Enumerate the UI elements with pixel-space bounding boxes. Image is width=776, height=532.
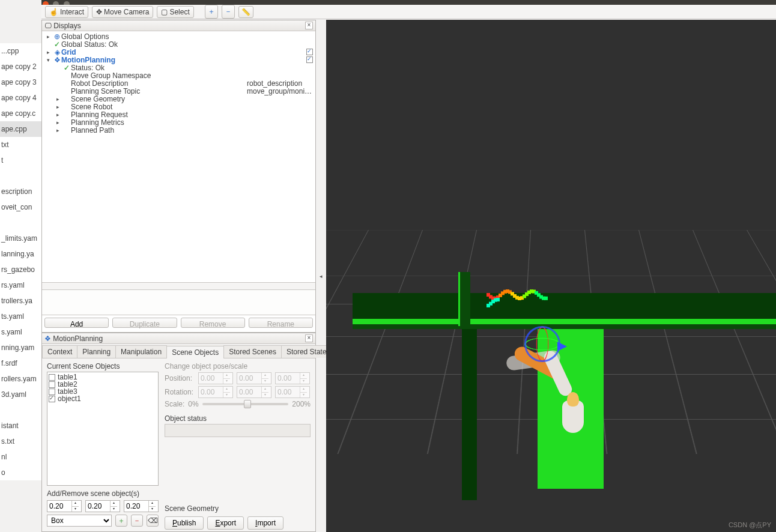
scene-object-row[interactable]: object1 — [49, 395, 157, 402]
robot-tool — [567, 392, 579, 407]
file-row[interactable]: escription — [0, 184, 41, 199]
tree-row[interactable]: ▾❖MotionPlanning — [43, 56, 315, 64]
file-row[interactable]: o — [0, 465, 41, 480]
scene-objects-list[interactable]: table1table2table3object1 — [47, 372, 159, 486]
panel-splitter[interactable]: ◂ — [316, 20, 326, 532]
3d-viewport[interactable] — [326, 20, 776, 532]
add-object-button[interactable]: ＋ — [115, 515, 127, 527]
select-tool-button[interactable]: ▢Select — [157, 6, 193, 18]
dim-y-spinner[interactable]: ▴▾ — [85, 500, 120, 512]
tab-planning[interactable]: Planning — [77, 345, 116, 358]
close-icon[interactable]: × — [305, 22, 313, 29]
publish-button[interactable]: PPublishublish — [165, 516, 204, 530]
gizmo-arrow[interactable] — [557, 342, 567, 351]
tree-row[interactable]: Robot Descriptionrobot_description — [43, 79, 315, 87]
window-titlebar — [41, 0, 776, 5]
tree-row[interactable]: Status: Ok — [43, 64, 315, 71]
chevron-down-icon[interactable]: ▾ — [111, 507, 117, 512]
file-row[interactable]: 3d.yaml — [0, 387, 41, 402]
dim-x-spinner[interactable]: ▴▾ — [47, 500, 82, 512]
tree-row[interactable]: Global Status: Ok — [43, 40, 315, 48]
displays-button-row: Add Duplicate Remove Rename — [42, 315, 315, 330]
file-row[interactable]: rs.yaml — [0, 277, 41, 293]
file-row[interactable]: txt — [0, 137, 41, 153]
main-toolbar: ☝Interact ✥Move Camera ▢Select ＋ － 📏 — [41, 5, 776, 19]
chevron-up-icon[interactable]: ▴ — [72, 501, 79, 507]
tree-row[interactable]: Planning Scene Topicmove_group/monitor… — [43, 87, 315, 95]
checkbox[interactable] — [306, 56, 313, 63]
focus-remove-button[interactable]: － — [222, 5, 235, 19]
remove-object-button[interactable]: － — [131, 515, 143, 527]
export-button[interactable]: Export — [207, 516, 244, 530]
file-row[interactable]: f.srdf — [0, 355, 41, 371]
tree-row[interactable]: ▸Planning Metrics — [43, 118, 315, 126]
mp-title: MotionPlanning — [53, 334, 103, 343]
interactive-marker[interactable] — [524, 326, 566, 368]
tree-row[interactable]: ▸Planning Request — [43, 110, 315, 118]
file-row[interactable]: ape copy 3 — [0, 74, 41, 90]
checkbox[interactable] — [49, 396, 55, 402]
displays-tree[interactable]: ▸⊕Global OptionsGlobal Status: Ok▸◈Grid▾… — [42, 31, 315, 282]
checkbox[interactable] — [306, 49, 313, 55]
tab-stored-scenes[interactable]: Stored Scenes — [223, 345, 282, 358]
description-area — [42, 289, 315, 315]
file-row[interactable]: nl — [0, 449, 41, 465]
tree-row[interactable]: ▸⊕Global Options — [43, 32, 315, 40]
move-camera-tool-button[interactable]: ✥Move Camera — [92, 6, 153, 18]
chevron-up-icon[interactable]: ▴ — [111, 501, 117, 507]
splitter[interactable] — [42, 282, 315, 289]
chevron-left-icon: ◂ — [320, 273, 323, 279]
file-row[interactable] — [0, 402, 41, 418]
displays-header[interactable]: 🖵 Displays × — [42, 20, 315, 31]
file-row[interactable]: istant — [0, 418, 41, 434]
dim-z-spinner[interactable]: ▴▾ — [124, 500, 159, 512]
focus-add-button[interactable]: ＋ — [205, 5, 218, 19]
file-row[interactable]: s.yaml — [0, 324, 41, 340]
close-icon[interactable]: × — [305, 334, 313, 342]
duplicate-button: Duplicate — [112, 318, 177, 328]
minus-icon: － — [133, 516, 141, 526]
measure-button[interactable]: 📏 — [238, 6, 253, 18]
file-row[interactable]: ape copy 4 — [0, 90, 41, 106]
interact-tool-button[interactable]: ☝Interact — [45, 6, 88, 18]
file-row[interactable]: ape.cpp — [0, 121, 41, 137]
file-row[interactable]: trollers.ya — [0, 293, 41, 309]
tab-manipulation[interactable]: Manipulation — [115, 345, 167, 358]
gizmo-ring-z[interactable] — [524, 326, 560, 362]
chevron-up-icon[interactable]: ▴ — [149, 501, 156, 507]
file-row[interactable]: ...cpp — [0, 43, 41, 59]
file-row[interactable] — [0, 168, 41, 184]
file-row[interactable]: rs_gazebo — [0, 262, 41, 277]
file-row[interactable]: s.txt — [0, 434, 41, 449]
clear-objects-button[interactable]: ⌫ — [147, 515, 159, 527]
checkbox[interactable] — [49, 374, 55, 381]
file-row[interactable] — [0, 215, 41, 231]
tree-row[interactable]: ▸Scene Geometry — [43, 95, 315, 103]
tab-scene-objects[interactable]: Scene Objects — [166, 346, 224, 358]
file-row[interactable]: ape copy 2 — [0, 59, 41, 74]
chevron-down-icon[interactable]: ▾ — [72, 507, 79, 512]
file-row[interactable]: ape copy.c — [0, 106, 41, 121]
file-row[interactable]: nning.yam — [0, 340, 41, 355]
tree-row[interactable]: ▸Planned Path — [43, 126, 315, 134]
file-row[interactable]: oveit_con — [0, 199, 41, 215]
checkbox[interactable] — [49, 381, 55, 388]
checkbox[interactable] — [49, 388, 55, 395]
shape-select[interactable]: Box — [47, 515, 112, 527]
file-row[interactable]: _limits.yam — [0, 231, 41, 246]
import-button[interactable]: Import — [247, 516, 283, 530]
dim-z-input[interactable] — [124, 501, 148, 512]
file-row[interactable]: lanning.ya — [0, 246, 41, 262]
file-row[interactable]: t — [0, 153, 41, 168]
dim-y-input[interactable] — [86, 501, 110, 512]
mp-header[interactable]: ❖ MotionPlanning × — [42, 333, 315, 344]
tree-row[interactable]: Move Group Namespace — [43, 71, 315, 79]
add-button[interactable]: Add — [44, 318, 109, 328]
file-row[interactable]: rollers.yam — [0, 371, 41, 387]
file-row[interactable]: ts.yaml — [0, 309, 41, 324]
tree-row[interactable]: ▸Scene Robot — [43, 103, 315, 110]
dim-x-input[interactable] — [47, 501, 71, 512]
tab-context[interactable]: Context — [42, 345, 77, 358]
chevron-down-icon[interactable]: ▾ — [149, 507, 156, 512]
tree-row[interactable]: ▸◈Grid — [43, 48, 315, 56]
